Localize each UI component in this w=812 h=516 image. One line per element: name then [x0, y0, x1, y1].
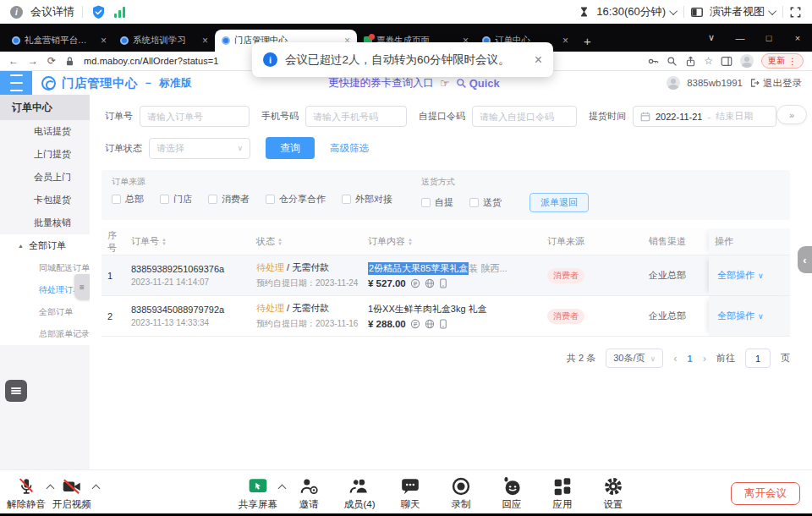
coupon-quick-entry-link[interactable]: 更快捷的券卡查询入口 [328, 76, 434, 91]
meeting-info-icon[interactable]: i [10, 6, 23, 19]
checkbox-source-store[interactable]: 门店 [160, 193, 192, 206]
view-mode-label[interactable]: 演讲者视图 [710, 4, 765, 19]
side-panel-icon[interactable] [721, 56, 732, 67]
checkbox-icon[interactable] [266, 195, 275, 204]
settings-button[interactable]: 设置 [594, 475, 633, 511]
phone-input[interactable] [305, 106, 407, 127]
reload-icon[interactable]: ⟳ [47, 55, 56, 67]
checkbox-icon[interactable] [160, 195, 169, 204]
checkbox-icon[interactable] [112, 195, 121, 204]
receipt-icon[interactable] [410, 319, 420, 329]
checkbox-source-hq[interactable]: 总部 [112, 193, 144, 206]
security-shield-icon[interactable] [91, 4, 107, 20]
browser-profile-avatar[interactable] [740, 54, 754, 68]
pickup-code-input[interactable] [472, 106, 577, 127]
record-button[interactable]: 录制 [442, 475, 480, 511]
unmute-button[interactable]: 解除静音 [7, 475, 46, 511]
window-minimize-icon[interactable]: — [726, 24, 754, 52]
sidebar-item-hq-dispatch-log[interactable]: 总部派单记录 [0, 323, 90, 345]
prev-page-icon[interactable]: ‹ [673, 352, 677, 365]
order-status-select[interactable]: 请选择 ∨ [149, 138, 250, 159]
order-no-input[interactable] [140, 106, 250, 127]
back-icon[interactable]: ← [8, 55, 19, 67]
lock-icon[interactable] [65, 56, 74, 67]
checkbox-self-pickup[interactable]: 自提 [421, 196, 453, 209]
share-screen-button[interactable]: 共享屏幕 [239, 475, 277, 511]
checkbox-icon[interactable] [469, 198, 479, 207]
zoom-icon[interactable] [667, 56, 678, 67]
sort-icons[interactable]: ▲▼ [408, 238, 413, 246]
checkbox-source-consumer[interactable]: 消费者 [208, 193, 250, 206]
apps-button[interactable]: 应用 [543, 475, 582, 511]
col-order-no[interactable]: 订单号▲▼ [125, 235, 250, 248]
expand-panel-button[interactable]: » [776, 105, 807, 124]
window-close-icon[interactable]: × [783, 24, 812, 52]
checkbox-icon[interactable] [208, 195, 217, 204]
next-page-icon[interactable]: › [703, 352, 706, 365]
row-actions-dropdown[interactable]: 全部操作 ∨ [709, 296, 790, 336]
browser-tab-1[interactable]: 礼盒营销平台管理中心 × [5, 30, 113, 52]
bookmark-star-icon[interactable]: ☆ [704, 55, 713, 67]
dispatch-return-button[interactable]: 派单退回 [529, 193, 589, 212]
members-button[interactable]: 成员(4) [340, 475, 379, 511]
meeting-panel-handle[interactable]: ≡ [74, 274, 90, 299]
checkbox-source-external[interactable]: 外部对接 [342, 193, 392, 206]
fullscreen-icon[interactable] [789, 6, 802, 19]
tab-close-icon[interactable]: × [101, 35, 107, 47]
password-key-icon[interactable] [647, 56, 659, 67]
checkbox-source-share-coop[interactable]: 仓分享合作 [266, 193, 326, 206]
table-row[interactable]: 1 83859389251069376a 2023-11-21 14:14:07… [102, 255, 790, 296]
sort-icons[interactable]: ▲▼ [277, 238, 283, 246]
toast-close-icon[interactable]: × [535, 52, 542, 68]
checkbox-icon[interactable] [421, 198, 431, 207]
page-size-select[interactable]: 30条/页 ∨ [606, 349, 663, 368]
chat-button[interactable]: 聊天 [391, 475, 430, 511]
phone-icon[interactable] [439, 278, 447, 288]
network-signal-icon[interactable] [114, 7, 125, 18]
globe-icon[interactable] [425, 278, 435, 288]
window-maximize-icon[interactable]: □ [754, 24, 783, 52]
timer-dropdown-icon[interactable] [669, 7, 678, 15]
col-status[interactable]: 状态▲▼ [250, 235, 362, 248]
receipt-icon[interactable] [410, 278, 420, 288]
video-options-chevron[interactable] [92, 485, 101, 493]
reactions-button[interactable]: 回应 [492, 475, 531, 511]
date-range-picker[interactable]: 2022-11-21 - 结束日期 [633, 106, 776, 127]
end-date-placeholder[interactable]: 结束日期 [716, 110, 753, 123]
goto-page-input[interactable] [745, 349, 771, 368]
phone-icon[interactable] [439, 319, 447, 329]
share-icon[interactable] [685, 56, 696, 67]
start-video-button[interactable]: 开启视频 [52, 475, 91, 511]
view-dropdown-icon[interactable] [768, 7, 776, 15]
sidebar-group-all-orders[interactable]: ▲ 全部订单 [0, 234, 90, 257]
sidebar-toggle-button[interactable] [0, 71, 32, 95]
col-content[interactable]: 订单内容▲▼ [362, 235, 541, 248]
quick-search-button[interactable]: Quick [456, 77, 500, 90]
start-date-value[interactable]: 2022-11-21 [656, 112, 702, 122]
logout-button[interactable]: 退出登录 [749, 77, 802, 90]
row-actions-dropdown[interactable]: 全部操作 ∨ [709, 255, 790, 295]
user-avatar[interactable] [667, 76, 680, 90]
checkbox-icon[interactable] [342, 195, 351, 204]
sidebar-item-door-pickup[interactable]: 上门提货 [0, 143, 90, 166]
window-menu-icon[interactable]: ∨ [697, 24, 726, 52]
browser-tab-2[interactable]: 系统培训学习 × [113, 30, 215, 52]
current-page[interactable]: 1 [688, 354, 693, 364]
collapse-panel-handle[interactable]: ‹ [798, 246, 812, 273]
sidebar-item-batch-verify[interactable]: 批量核销 [0, 211, 90, 234]
sort-icons[interactable]: ▲▼ [162, 238, 167, 246]
advanced-filter-link[interactable]: 高级筛选 [330, 142, 369, 155]
meeting-details-label[interactable]: 会议详情 [30, 4, 74, 19]
forward-icon[interactable]: → [28, 55, 38, 67]
globe-icon[interactable] [425, 319, 435, 329]
sidebar-item-phone-pickup[interactable]: 电话提货 [0, 120, 90, 143]
tab-close-icon[interactable]: × [562, 35, 568, 47]
leave-meeting-button[interactable]: 离开会议 [731, 482, 800, 505]
browser-update-button[interactable]: 更新 ⋮ [761, 53, 804, 69]
share-options-chevron[interactable] [278, 485, 287, 493]
sidebar-item-all-orders[interactable]: 全部订单 [0, 301, 90, 323]
annotation-tool-button[interactable] [5, 380, 27, 402]
new-tab-button[interactable]: + [575, 34, 600, 52]
url-text[interactable]: md.maboy.cn/AllOrder?status=1 [84, 56, 219, 66]
query-button[interactable]: 查询 [266, 137, 315, 159]
